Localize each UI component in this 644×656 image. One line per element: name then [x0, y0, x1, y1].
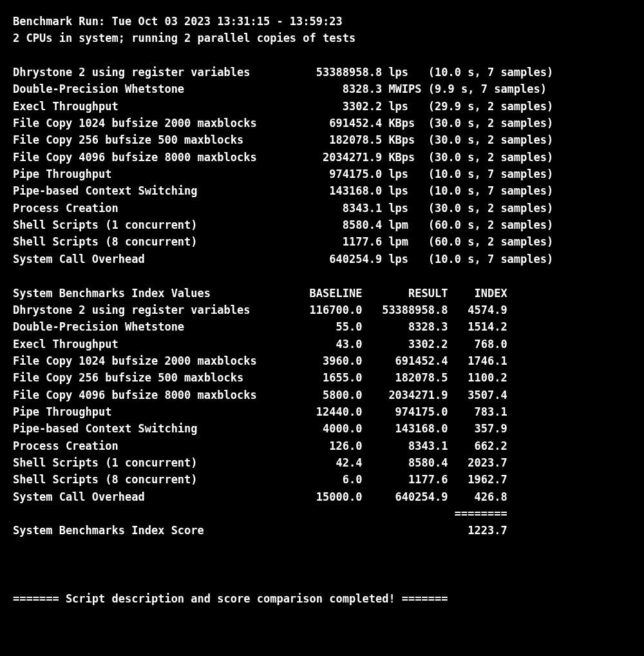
output-line: File Copy 256 bufsize 500 maxblocks 1820… [13, 131, 631, 148]
output-line: File Copy 256 bufsize 500 maxblocks 1655… [13, 369, 631, 386]
output-line: System Call Overhead 15000.0 640254.9 42… [13, 488, 631, 505]
output-line: Shell Scripts (1 concurrent) 8580.4 lpm … [13, 217, 631, 233]
output-line: File Copy 1024 bufsize 2000 maxblocks 69… [13, 115, 631, 131]
output-line [13, 47, 631, 64]
output-line: Shell Scripts (8 concurrent) 6.0 1177.6 … [13, 471, 631, 488]
output-line: Dhrystone 2 using register variables 116… [13, 302, 631, 318]
output-line: Shell Scripts (1 concurrent) 42.4 8580.4… [13, 454, 631, 471]
output-line: File Copy 4096 bufsize 8000 maxblocks 20… [13, 149, 631, 166]
output-line: Pipe-based Context Switching 4000.0 1431… [13, 420, 631, 437]
output-line: Pipe-based Context Switching 143168.0 lp… [13, 182, 631, 199]
output-line [13, 539, 631, 556]
output-line: File Copy 1024 bufsize 2000 maxblocks 39… [13, 352, 631, 369]
output-line: Pipe Throughput 12440.0 974175.0 783.1 [13, 403, 631, 420]
output-line [13, 267, 631, 284]
output-line: Double-Precision Whetstone 55.0 8328.3 1… [13, 318, 631, 335]
output-line: Process Creation 8343.1 lps (30.0 s, 2 s… [13, 200, 631, 217]
output-line [13, 573, 631, 590]
output-line: Execl Throughput 43.0 3302.2 768.0 [13, 336, 631, 352]
output-line: Process Creation 126.0 8343.1 662.2 [13, 438, 631, 454]
output-line: Benchmark Run: Tue Oct 03 2023 13:31:15 … [13, 13, 631, 30]
output-line: ======== [13, 505, 631, 522]
output-line: 2 CPUs in system; running 2 parallel cop… [13, 30, 631, 46]
terminal-output: Benchmark Run: Tue Oct 03 2023 13:31:15 … [13, 13, 631, 607]
output-line: ======= Script description and score com… [13, 590, 631, 607]
output-line: System Benchmarks Index Values BASELINE … [13, 285, 631, 302]
output-line: File Copy 4096 bufsize 8000 maxblocks 58… [13, 387, 631, 403]
output-line: System Call Overhead 640254.9 lps (10.0 … [13, 251, 631, 267]
output-line: Pipe Throughput 974175.0 lps (10.0 s, 7 … [13, 166, 631, 182]
output-line: Dhrystone 2 using register variables 533… [13, 64, 631, 81]
output-line: Execl Throughput 3302.2 lps (29.9 s, 2 s… [13, 98, 631, 115]
output-line: Shell Scripts (8 concurrent) 1177.6 lpm … [13, 233, 631, 250]
output-line: Double-Precision Whetstone 8328.3 MWIPS … [13, 81, 631, 97]
output-line: System Benchmarks Index Score 1223.7 [13, 522, 631, 539]
output-line [13, 556, 631, 573]
